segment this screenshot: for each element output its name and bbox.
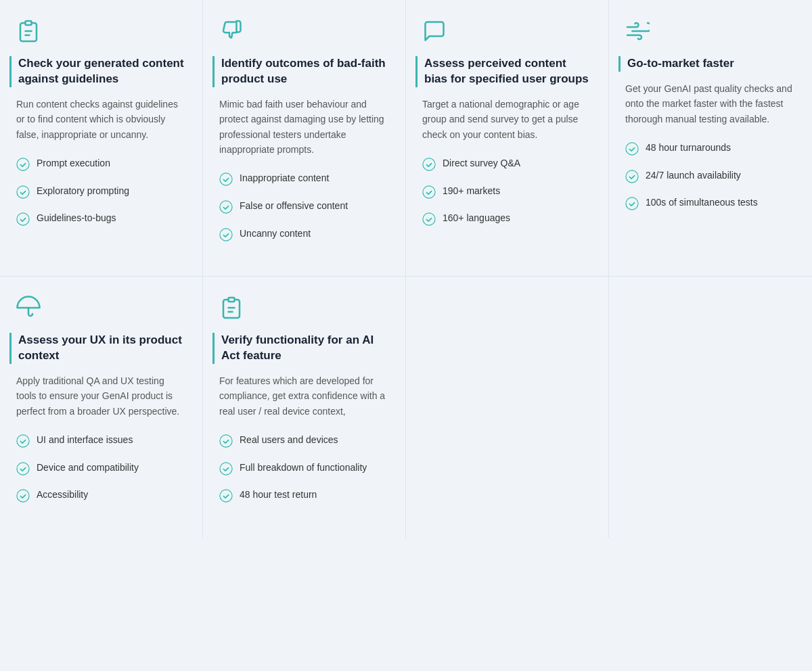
check-icon [16,157,30,175]
top-row: Check your generated content against gui… [0,0,812,276]
section-title: Check your generated content against gui… [9,56,186,87]
svg-point-9 [423,213,435,225]
feature-item: 48 hour turnarounds [625,141,796,160]
section-icon [219,296,389,322]
feature-item: Prompt execution [16,157,186,175]
feature-label: False or offensive content [240,200,348,213]
section-title: Identify outcomes of bad-faith product u… [212,56,389,87]
svg-point-12 [626,198,638,210]
feature-list: Inappropriate content False or offensive… [219,172,389,245]
feature-label: 100s of simultaneous tests [646,196,758,210]
feature-list: UI and interface issues Device and compa… [16,434,186,507]
section-icon [219,19,389,45]
svg-point-17 [220,435,232,447]
feature-item: Accessibility [16,488,186,507]
feature-label: Guidelines-to-bugs [37,212,116,225]
feature-label: Exploratory prompting [37,185,129,198]
svg-point-15 [17,490,29,502]
check-icon [16,488,30,507]
svg-point-19 [220,490,232,502]
svg-point-7 [423,158,435,170]
svg-point-1 [17,158,29,170]
feature-label: 24/7 launch availability [646,169,741,183]
feature-label: Device and compatibility [37,461,139,475]
check-icon [16,461,30,480]
feature-item: Uncanny content [219,227,389,246]
feature-column-col2-bot: Verify functionality for an AI Act featu… [203,277,406,538]
feature-label: Uncanny content [240,227,311,241]
check-icon [16,185,30,203]
feature-column-col1-bot: Assess your UX in its product context Ap… [0,277,203,538]
section-title: Verify functionality for an AI Act featu… [212,333,389,364]
section-title: Go-to-market faster [618,56,796,72]
feature-item: 100s of simultaneous tests [625,196,796,214]
feature-item: Device and compatibility [16,461,186,480]
svg-point-5 [220,201,232,213]
section-desc: Target a national demographic or age gro… [422,97,592,142]
svg-rect-0 [26,21,32,25]
section-icon [16,19,186,45]
feature-item: Real users and devices [219,434,389,452]
check-icon [219,172,233,190]
svg-point-4 [220,173,232,185]
feature-label: Full breakdown of functionality [240,461,367,475]
feature-item: 48 hour test return [219,488,389,507]
feature-label: Direct survey Q&A [443,157,520,170]
feature-label: Real users and devices [240,434,338,447]
feature-label: 160+ languages [443,212,510,225]
feature-label: Prompt execution [37,157,110,170]
feature-column-col4-bot [609,277,812,538]
svg-point-13 [17,435,29,447]
bottom-row: Assess your UX in its product context Ap… [0,276,812,538]
svg-point-2 [17,186,29,198]
feature-item: 160+ languages [422,212,592,230]
check-icon [625,169,639,187]
feature-label: 48 hour turnarounds [646,141,731,155]
svg-point-6 [220,229,232,241]
feature-list: Real users and devices Full breakdown of… [219,434,389,507]
svg-point-14 [17,463,29,475]
section-desc: Get your GenAI past quality checks and o… [625,81,796,126]
svg-point-18 [220,463,232,475]
feature-item: Direct survey Q&A [422,157,592,175]
check-icon [422,157,436,175]
feature-item: Full breakdown of functionality [219,461,389,480]
feature-list: Direct survey Q&A 190+ markets 160+ lang… [422,157,592,230]
feature-item: False or offensive content [219,200,389,218]
feature-column-col4-top: Go-to-market faster Get your GenAI past … [609,0,812,276]
section-icon [16,296,186,322]
svg-point-8 [423,186,435,198]
feature-list: Prompt execution Exploratory prompting G… [16,157,186,230]
feature-item: UI and interface issues [16,434,186,452]
section-desc: For features which are developed for com… [219,373,389,419]
section-desc: Mimic bad faith user behaviour and prote… [219,97,389,158]
svg-point-10 [626,143,638,155]
section-title: Assess your UX in its product context [9,333,186,364]
feature-list: 48 hour turnarounds 24/7 launch availabi… [625,141,796,214]
feature-item: 190+ markets [422,185,592,203]
check-icon [625,141,639,160]
check-icon [219,488,233,507]
feature-item: Guidelines-to-bugs [16,212,186,230]
feature-label: 190+ markets [443,185,500,198]
section-icon [422,19,592,45]
svg-point-3 [17,213,29,225]
section-desc: Run content checks against guidelines or… [16,97,186,142]
check-icon [625,196,639,214]
check-icon [422,185,436,203]
feature-column-col1-top: Check your generated content against gui… [0,0,203,276]
section-title: Assess perceived content bias for specif… [415,56,592,87]
check-icon [219,434,233,452]
feature-column-col3-top: Assess perceived content bias for specif… [406,0,609,276]
feature-column-col2-top: Identify outcomes of bad-faith product u… [203,0,406,276]
feature-item: Exploratory prompting [16,185,186,203]
check-icon [219,461,233,480]
feature-label: 48 hour test return [240,488,317,502]
section-icon [625,19,796,45]
check-icon [219,227,233,246]
section-desc: Apply traditional QA and UX testing tool… [16,373,186,419]
svg-point-11 [626,170,638,183]
feature-item: Inappropriate content [219,172,389,190]
check-icon [16,212,30,230]
feature-label: UI and interface issues [37,434,133,447]
